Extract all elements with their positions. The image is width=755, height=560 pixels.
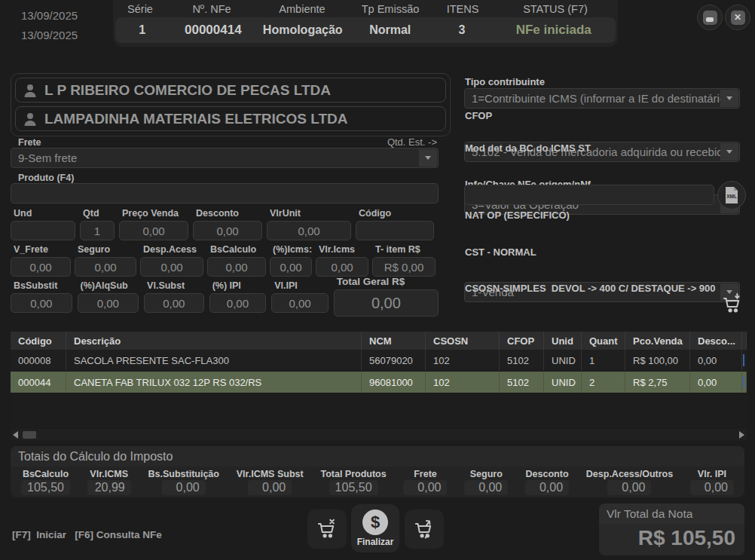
keyboard-shortcuts: [F7] Iniciar [F6] Consulta NFe [F2] Clie… [12, 499, 162, 560]
desconto-input[interactable]: 0,00 [193, 221, 262, 240]
emitter-field[interactable]: L P RIBEIRO COMERCIO DE PECAS LTDA [15, 78, 446, 103]
date-block: 13/09/2025 13/09/2025 [21, 6, 78, 45]
pct-icms-input[interactable]: 0,00 [270, 257, 312, 277]
chevron-down-icon[interactable] [720, 143, 738, 161]
customer-name: LAMPADINHA MATERIAIS ELETRICOS LTDA [44, 111, 348, 127]
col-desconto[interactable]: Desco... [690, 332, 742, 350]
fiscal-panel: Tipo contribuinte 1=Contribuinte ICMS (i… [464, 0, 744, 122]
cart-return-icon [414, 519, 435, 540]
table-row[interactable]: 000008 SACOLA PRESENTE SAC-FLA300 560790… [11, 350, 747, 372]
bs-substituicao-label: Bs.Substituição [148, 469, 219, 479]
tp-emissao-label: Tp Emissão [348, 3, 433, 15]
tipo-contribuinte-select[interactable]: 1=Contribuinte ICMS (informar a IE do de… [464, 88, 740, 109]
codigo-input[interactable] [356, 221, 434, 240]
item-fields-row2: V_Frete 0,00 Seguro 0,00 Desp.Acess 0,00… [11, 244, 439, 277]
cell-quant: 1 [582, 350, 625, 371]
col-unid[interactable]: Unid [544, 332, 582, 350]
cart-add-icon [722, 293, 743, 314]
preco-venda-input[interactable]: 0,00 [119, 221, 188, 240]
cell-pco-venda: R$ 100,00 [625, 350, 690, 371]
csosn-label: CSOSN-SIMPLES DEVOL -> 400 C/ DESTAQUE -… [464, 283, 716, 294]
desp-acess-input[interactable]: 0,00 [140, 257, 203, 277]
import-xml-button[interactable]: XML [717, 181, 746, 210]
finalizar-button[interactable]: $ Finalizar [351, 504, 399, 552]
cell-codigo: 000044 [11, 372, 66, 393]
cell-desconto: 0,00 [690, 372, 742, 393]
bscalculo-input[interactable]: 0,00 [207, 257, 266, 277]
products-table: Código Descrição NCM CSOSN CFOP Unid Qua… [11, 332, 747, 427]
pct-icms-label: (%)Icms: [270, 244, 312, 255]
col-quant[interactable]: Quant [582, 332, 625, 350]
cell-descricao: CANETA FAB TRILUX 032 12P RS 032/RS [66, 372, 362, 393]
col-codigo[interactable]: Código [11, 332, 66, 350]
seguro-label: Seguro [75, 244, 136, 255]
xml-badge-text: XML [726, 194, 737, 199]
tipo-contribuinte-label: Tipo contribuinte [464, 76, 545, 87]
info-chave-input[interactable] [464, 185, 714, 205]
scroll-right-icon[interactable] [739, 431, 744, 439]
pct-ipi-input[interactable]: 0,00 [209, 293, 267, 313]
tax-totals-panel: Totais do Cálculo do Imposto BsCalculo 1… [11, 446, 744, 497]
bscalculo-total-label: BsCalculo [23, 469, 69, 479]
chevron-down-icon[interactable] [419, 149, 437, 167]
desconto-total-label: Desconto [526, 469, 569, 479]
frete-total-label: Frete [414, 469, 437, 479]
customer-field[interactable]: LAMPADINHA MATERIAIS ELETRICOS LTDA [15, 106, 446, 131]
tax-totals-row: BsCalculo 105,50 Vlr.ICMS 20,99 Bs.Subst… [11, 467, 744, 495]
emitter-name: L P RIBEIRO COMERCIO DE PECAS LTDA [44, 82, 331, 99]
seguro-input[interactable]: 0,00 [75, 257, 136, 277]
vlrunit-input[interactable]: 0,00 [267, 221, 351, 240]
seguro-total-label: Seguro [470, 469, 503, 479]
col-ncm[interactable]: NCM [362, 332, 426, 350]
col-cfop[interactable]: CFOP [500, 332, 544, 350]
numero-nfe-value: 00000414 [169, 23, 257, 38]
tax-totals-title: Totais do Cálculo do Imposto [11, 446, 744, 467]
vlr-icms-total-value: 20,99 [87, 480, 131, 495]
cell-cfop: 5102 [500, 350, 544, 371]
person-icon [23, 112, 38, 127]
und-input[interactable] [11, 221, 75, 240]
vlr-icms-input[interactable]: 0,00 [316, 257, 368, 277]
desconto-total-value: 0,00 [525, 480, 569, 495]
v-frete-input[interactable]: 0,00 [11, 257, 71, 277]
cfop-label: CFOP [464, 110, 492, 121]
total-geral-value: 0,00 [334, 289, 439, 317]
bscalculo-total-value: 105,50 [21, 480, 70, 495]
qtd-input[interactable]: 1 [80, 221, 115, 240]
horizontal-scrollbar[interactable] [11, 429, 747, 440]
t-item-label: T- item R$ [372, 244, 436, 255]
return-item-button[interactable] [405, 510, 444, 549]
scroll-left-icon[interactable] [13, 431, 18, 439]
chevron-down-icon[interactable] [720, 90, 738, 107]
cell-unid: UNID [544, 372, 582, 393]
produto-input[interactable] [11, 183, 439, 203]
vl-ipi-input[interactable]: 0,00 [271, 293, 329, 313]
scrollbar-thumb[interactable] [23, 431, 36, 439]
col-pco-venda[interactable]: Pco.Venda [625, 332, 690, 350]
bscalculo-label: BsCalculo [207, 244, 266, 255]
pct-alqsub-input[interactable]: 0,00 [78, 293, 139, 313]
frete-label: Frete [15, 137, 41, 148]
add-to-cart-button[interactable] [717, 289, 747, 319]
cell-ncm: 96081000 [362, 372, 426, 393]
col-csosn[interactable]: CSOSN [426, 332, 500, 350]
frete-total-value: 0,00 [403, 480, 447, 495]
qtd-est-hint: Qtd. Est. -> [332, 136, 437, 148]
cell-unid: UNID [544, 350, 582, 371]
vlr-icms-subst-label: Vlr.ICMS Subst [237, 469, 304, 479]
vlr-icms-total-label: Vlr.ICMS [90, 469, 128, 479]
vlr-ipi-total-value: 0,00 [690, 480, 734, 495]
codigo-label: Código [356, 208, 434, 219]
remove-item-button[interactable] [307, 510, 347, 549]
t-item-input[interactable]: R$ 0,00 [372, 257, 436, 277]
table-header-row: Código Descrição NCM CSOSN CFOP Unid Qua… [11, 332, 747, 350]
cst-label: CST - NORMAL [464, 246, 536, 258]
bssubstit-input[interactable]: 0,00 [11, 293, 72, 313]
frete-select[interactable]: 9-Sem frete [11, 148, 439, 168]
col-descricao[interactable]: Descrição [66, 332, 362, 350]
cell-quant: 2 [582, 372, 625, 393]
table-row-selected[interactable]: 000044 CANETA FAB TRILUX 032 12P RS 032/… [11, 372, 747, 393]
produto-label: Produto (F4) [15, 173, 74, 183]
vl-subst-input[interactable]: 0,00 [144, 293, 204, 313]
cell-csosn: 102 [426, 350, 500, 371]
